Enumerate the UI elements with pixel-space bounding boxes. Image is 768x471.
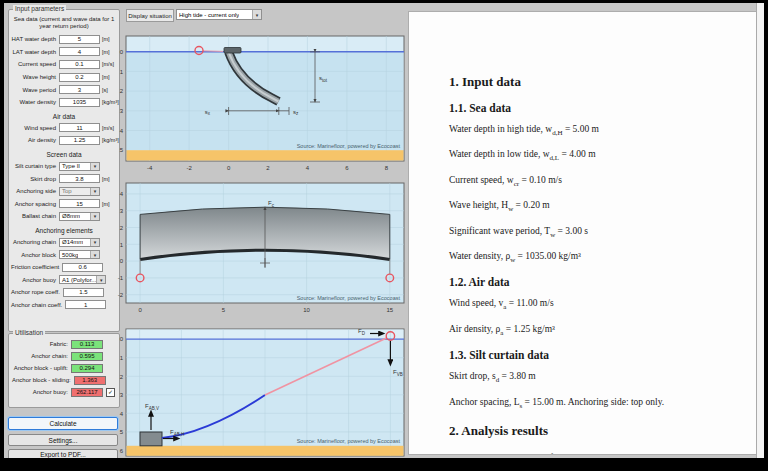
source-note: Source: Marinefloor, powered by Ecocoast (297, 295, 401, 301)
y-axis-ticks: 4 3 2 1 0 -1 -2 (118, 191, 124, 298)
field-label: Wave height (11, 74, 59, 80)
field-unit: [m] (100, 176, 110, 182)
svg-text:-1: -1 (118, 275, 124, 281)
field-row: Anchoring side Top ▾ (9, 185, 119, 198)
scrollbar[interactable] (756, 3, 764, 458)
report-line: Skirt drop, sd = 3.80 m (449, 371, 731, 384)
utilisation-label: Anchor block - sliding: (12, 377, 74, 383)
settings-button[interactable]: Settings... (8, 434, 118, 446)
svg-text:5: 5 (222, 307, 226, 313)
field-row: Current speed 0.1 [m/s] (9, 58, 119, 71)
lat-water-depth-input[interactable]: 4 (59, 47, 100, 56)
field-label: Anchor rope coeff. (11, 289, 63, 295)
field-unit: [m] (100, 49, 110, 55)
fabric-utilisation-value: 0.113 (71, 340, 103, 349)
app-window: Display situation High tide - current on… (4, 3, 764, 458)
field-label: Ballast chain (11, 213, 59, 219)
silt-curtain-type-select[interactable]: Type II ▾ (59, 162, 100, 171)
chevron-down-icon: ▾ (90, 188, 99, 195)
chevron-down-icon: ▾ (90, 213, 99, 220)
report-heading-air-data: 1.2. Air data (449, 276, 731, 288)
source-note: Source: Marinefloor, powered by Ecocoast (297, 438, 401, 444)
utilisation-row: Anchor chain: 0.595 (9, 350, 119, 362)
situation-select[interactable]: High tide - current only ▾ (176, 9, 262, 20)
field-label: Skirt drop (11, 176, 59, 182)
anchoring-chain-select[interactable]: Ø14mm ▾ (59, 238, 100, 247)
field-label: Anchoring chain (11, 239, 59, 245)
svg-text:-2: -2 (186, 165, 192, 171)
wave-period-input[interactable]: 3 (59, 85, 100, 94)
utilisation-panel: Utilisation Fabric: 0.113 Anchor chain: … (8, 333, 120, 408)
anchor-chain-coeff-input[interactable]: 1 (65, 300, 106, 309)
report-line: Current speed, wcr = 0.10 m/s (449, 175, 731, 188)
anchor-block (140, 432, 162, 446)
skirt-drop-input[interactable]: 3.8 (59, 174, 100, 183)
select-value: Top (60, 188, 72, 194)
svg-text:0: 0 (120, 336, 124, 342)
select-value: 500kg (60, 252, 78, 258)
anchor-chain-utilisation-value: 0.595 (71, 352, 103, 361)
utilisation-row: Anchor block - uplift: 0.294 (9, 362, 119, 374)
field-label: Anchor buoy (11, 277, 59, 283)
report-line: Water density, ρw = 1035.00 kg/m³ (449, 251, 731, 264)
report-page: 1. Input data 1.1. Sea data Water depth … (408, 11, 758, 455)
field-row: Wave period 3 [s] (9, 83, 119, 96)
svg-text:1: 1 (120, 242, 124, 248)
svg-text:4: 4 (306, 165, 310, 171)
utilisation-label: Anchor buoy: (12, 389, 71, 395)
utilisation-row: Anchor block - sliding: 1.363 (9, 374, 119, 386)
svg-text:4: 4 (120, 191, 124, 197)
calculate-button[interactable]: Calculate (8, 417, 118, 430)
anchor-rope-coeff-input[interactable]: 1.5 (63, 288, 104, 297)
air-data-header: Air data (9, 113, 119, 120)
field-label: Water density (11, 99, 59, 105)
top-view-plot: Fc Source: Marinefloor, powered by Ecoco… (112, 179, 409, 319)
current-speed-input[interactable]: 0.1 (59, 60, 100, 69)
field-label: HAT water depth (11, 36, 59, 42)
svg-text:3: 3 (120, 208, 124, 214)
anchor-buoy-select[interactable]: A1 (Polyfor... ▾ (59, 275, 106, 284)
x-axis-ticks: 0 5 10 15 (138, 307, 393, 313)
air-density-input[interactable]: 1.25 (59, 136, 100, 145)
seabed (127, 150, 404, 160)
svg-text:5: 5 (120, 429, 124, 435)
chevron-down-icon: ▾ (90, 163, 99, 170)
screen-data-header: Screen data (9, 151, 119, 158)
report-heading-analysis-results: 2. Analysis results (449, 423, 731, 439)
anchoring-side-select[interactable]: Top ▾ (59, 187, 100, 196)
svg-text:2: 2 (120, 374, 124, 380)
anchor-spacing-input[interactable]: 15 (59, 199, 100, 208)
report-analysis-paragraph: Second order analysis of structure is do… (449, 451, 731, 455)
source-note: Source: Marinefloor, powered by Ecocoast (297, 143, 401, 149)
panel-title: Utilisation (13, 329, 45, 337)
export-pdf-button[interactable]: Export to PDF... (8, 449, 118, 458)
water-density-input[interactable]: 1035 (59, 98, 100, 107)
report-line: Air density, ρa = 1.25 kg/m³ (449, 324, 731, 337)
field-unit: [m] (100, 36, 110, 42)
friction-coefficient-input[interactable]: 0.6 (62, 263, 103, 272)
svg-text:0: 0 (138, 307, 142, 313)
water-region (127, 52, 404, 150)
anchor-block-uplift-utilisation-value: 0.294 (71, 364, 103, 373)
field-row: Anchor rope coeff. 1.5 (9, 286, 119, 299)
field-row: Anchor chain coeff. 1 (9, 299, 119, 312)
hat-water-depth-input[interactable]: 5 (59, 35, 100, 44)
field-label: Anchor chain coeff. (11, 302, 65, 308)
field-row: Air density 1.25 [kg/m³] (9, 134, 119, 147)
field-row: HAT water depth 5 [m] (9, 33, 119, 46)
report-line: Wind speed, va = 11.00 m/s (449, 298, 731, 311)
field-unit: [m] (100, 201, 110, 207)
ballast-chain-select[interactable]: Ø8mm ▾ (59, 212, 100, 221)
svg-text:8: 8 (385, 165, 389, 171)
wind-speed-input[interactable]: 11 (59, 123, 100, 132)
field-label: Silt curtain type (11, 163, 59, 169)
anchor-block-sliding-utilisation-value: 1.363 (74, 376, 106, 385)
anchoring-plot: FAB,V FAB,H FD FVB Source: Marinefloor, … (112, 325, 409, 458)
svg-text:6: 6 (345, 165, 349, 171)
select-value: A1 (Polyfor... (60, 277, 96, 283)
field-label: Wind speed (11, 125, 59, 131)
svg-text:10: 10 (303, 307, 310, 313)
input-parameters-panel: Input parameters Sea data (current and w… (8, 9, 120, 332)
wave-height-input[interactable]: 0.2 (59, 73, 100, 82)
anchor-block-select[interactable]: 500kg ▾ (59, 250, 100, 259)
